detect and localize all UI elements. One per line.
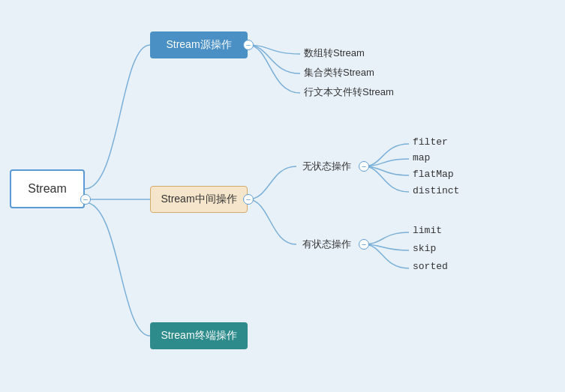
stateful-leaf-1: limit bbox=[413, 225, 442, 236]
stream-source-label: Stream源操作 bbox=[166, 38, 231, 52]
stream-root-node: Stream bbox=[10, 169, 85, 208]
source-leaf-1: 数组转Stream bbox=[304, 46, 365, 60]
stateful-label: 有状态操作 bbox=[302, 238, 351, 251]
stateful-leaf-2: skip bbox=[413, 243, 436, 254]
source-leaf-2: 集合类转Stream bbox=[304, 66, 374, 79]
stateful-node: 有状态操作 bbox=[293, 234, 360, 255]
stateful-leaf-3: sorted bbox=[413, 261, 448, 272]
stateless-leaf-2: map bbox=[413, 152, 430, 163]
middle-collapse-icon[interactable]: − bbox=[243, 194, 254, 205]
stream-collapse-icon[interactable]: − bbox=[80, 194, 91, 205]
stream-middle-label: Stream中间操作 bbox=[161, 193, 236, 206]
stateless-label: 无状态操作 bbox=[302, 160, 351, 173]
stateless-leaf-4: distinct bbox=[413, 185, 459, 196]
stream-terminal-node: Stream终端操作 bbox=[150, 322, 248, 349]
stateless-leaf-3: flatMap bbox=[413, 169, 454, 180]
stream-source-node: Stream源操作 bbox=[150, 31, 248, 58]
stream-middle-node: Stream中间操作 bbox=[150, 186, 248, 213]
stream-terminal-label: Stream终端操作 bbox=[161, 329, 236, 343]
source-collapse-icon[interactable]: − bbox=[243, 40, 254, 50]
source-leaf-3: 行文本文件转Stream bbox=[304, 85, 394, 99]
stateless-node: 无状态操作 bbox=[293, 156, 360, 177]
stateless-leaf-1: filter bbox=[413, 136, 448, 148]
stateful-collapse-icon[interactable]: − bbox=[359, 239, 369, 250]
stateless-collapse-icon[interactable]: − bbox=[359, 161, 369, 172]
stream-root-label: Stream bbox=[28, 182, 67, 196]
